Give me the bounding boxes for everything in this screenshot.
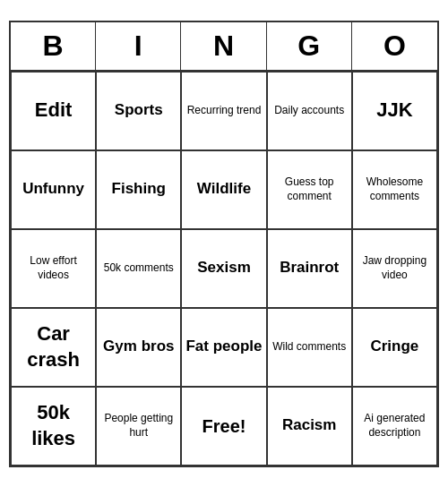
bingo-cell-14: Jaw dropping video bbox=[352, 229, 437, 308]
bingo-cell-19: Cringe bbox=[352, 308, 437, 387]
bingo-cell-3: Daily accounts bbox=[267, 72, 352, 150]
bingo-cell-6: Fishing bbox=[96, 150, 181, 229]
bingo-cell-16: Gym bros bbox=[96, 308, 181, 387]
bingo-cell-8: Guess top comment bbox=[267, 150, 352, 229]
bingo-cell-10: Low effort videos bbox=[11, 229, 96, 308]
bingo-header: BINGO bbox=[11, 22, 437, 72]
bingo-cell-11: 50k comments bbox=[96, 229, 181, 308]
header-letter: O bbox=[352, 22, 437, 70]
bingo-cell-24: Ai generated description bbox=[352, 387, 437, 466]
header-letter: I bbox=[96, 22, 181, 70]
bingo-cell-23: Racism bbox=[267, 387, 352, 466]
bingo-cell-22: Free! bbox=[181, 387, 266, 466]
bingo-cell-17: Fat people bbox=[181, 308, 266, 387]
bingo-cell-2: Recurring trend bbox=[181, 72, 266, 150]
bingo-cell-18: Wild comments bbox=[267, 308, 352, 387]
bingo-cell-7: Wildlife bbox=[181, 150, 266, 229]
bingo-grid: EditSportsRecurring trendDaily accountsJ… bbox=[11, 72, 437, 466]
header-letter: G bbox=[267, 22, 352, 70]
bingo-cell-21: People getting hurt bbox=[96, 387, 181, 466]
bingo-cell-0: Edit bbox=[11, 72, 96, 150]
bingo-cell-13: Brainrot bbox=[267, 229, 352, 308]
header-letter: N bbox=[181, 22, 266, 70]
bingo-cell-1: Sports bbox=[96, 72, 181, 150]
bingo-cell-9: Wholesome comments bbox=[352, 150, 437, 229]
bingo-cell-15: Car crash bbox=[11, 308, 96, 387]
bingo-cell-20: 50k likes bbox=[11, 387, 96, 466]
header-letter: B bbox=[11, 22, 96, 70]
bingo-cell-5: Unfunny bbox=[11, 150, 96, 229]
bingo-cell-4: JJK bbox=[352, 72, 437, 150]
bingo-card: BINGO EditSportsRecurring trendDaily acc… bbox=[9, 21, 439, 467]
bingo-cell-12: Sexism bbox=[181, 229, 266, 308]
